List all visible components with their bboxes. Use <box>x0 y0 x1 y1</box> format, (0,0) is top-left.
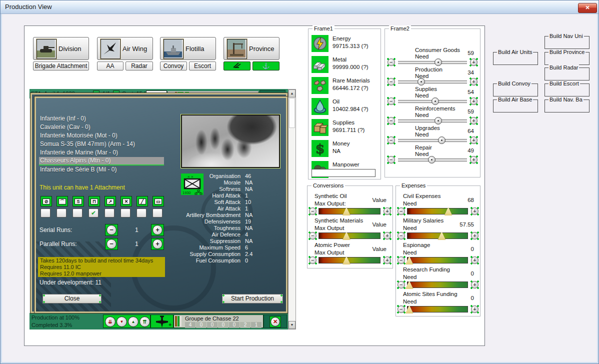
cancel-production-button[interactable]: ✕ <box>270 316 281 328</box>
unit-list-item[interactable]: Somua S-35 (BM 47mm) (Arm - 14) <box>39 140 164 148</box>
move-down-button[interactable]: ▼ <box>116 316 127 327</box>
title-bar[interactable]: Production View ✕ <box>0 0 598 14</box>
brigade-attachment-button[interactable]: Brigade Attachment <box>33 62 89 70</box>
build-escort-box[interactable]: Build Escort <box>544 84 590 96</box>
increase-button[interactable]: + <box>470 116 478 125</box>
slider-thumb[interactable] <box>438 136 446 144</box>
slider-track[interactable] <box>398 139 467 142</box>
increase-button[interactable]: + <box>383 256 392 264</box>
decrease-button[interactable]: − <box>387 116 396 125</box>
increase-button[interactable]: + <box>470 136 478 144</box>
slider-thumb[interactable] <box>438 232 446 240</box>
air-wing-button[interactable]: Air Wing <box>97 37 153 60</box>
slider-thumb[interactable] <box>406 256 414 264</box>
increase-button[interactable]: + <box>383 232 392 240</box>
province-button[interactable]: Province <box>224 37 280 60</box>
decrease-button[interactable]: − <box>387 58 396 66</box>
expense-slider-track[interactable] <box>407 208 468 214</box>
unit-list-item[interactable]: Cavalerie (Cav - 0) <box>39 123 164 132</box>
attachment-type-button[interactable]: ⊓ <box>88 196 100 206</box>
slider-thumb[interactable] <box>342 256 350 264</box>
start-production-button[interactable]: Start Production <box>222 294 283 304</box>
build-air-units-box[interactable]: Build Air Units <box>493 52 538 65</box>
attachment-type-button[interactable]: ▭ <box>152 196 164 206</box>
scrollbar-thumb[interactable] <box>289 98 295 128</box>
province-naval-base-button[interactable]: ⚓ <box>252 62 280 70</box>
slider-thumb[interactable] <box>428 156 436 164</box>
slider-track[interactable] <box>398 158 467 162</box>
move-bottom-button[interactable]: ⇊ <box>105 316 116 327</box>
serial-runs-decrease-button[interactable]: − <box>105 224 118 236</box>
slider-thumb[interactable] <box>434 117 442 124</box>
attachment-slot-checkbox-checked[interactable]: ✔ <box>88 208 98 218</box>
radar-button[interactable]: Radar <box>126 62 153 70</box>
increase-button[interactable]: + <box>470 232 479 240</box>
move-up-button[interactable]: ▲ <box>128 316 138 327</box>
unit-list-item-selected[interactable]: Chasseurs Alpins (Mtn - 0) <box>39 157 164 166</box>
division-button[interactable]: Division <box>33 37 89 60</box>
queued-unit-entry[interactable]: Groupe de Chasse 22 4 0 0 0 0 2 1 <box>174 314 264 328</box>
decrease-button[interactable]: − <box>397 305 406 314</box>
attachment-slot-checkbox[interactable] <box>152 208 162 218</box>
conversion-slider-track[interactable] <box>318 208 380 214</box>
flotilla-button[interactable]: Flotilla <box>160 37 216 60</box>
attachment-slot-checkbox[interactable] <box>56 208 66 218</box>
increase-button[interactable]: + <box>470 305 479 314</box>
decrease-button[interactable]: − <box>387 136 396 144</box>
unit-list-item[interactable]: Infanterie Motorisée (Mot - 0) <box>39 132 164 140</box>
scroll-up-button[interactable]: ▲ <box>288 90 296 98</box>
decrease-button[interactable]: − <box>397 256 406 264</box>
province-aa-gun-button[interactable] <box>224 62 250 70</box>
queued-unit-icon-box[interactable]: + <box>150 314 174 328</box>
build-nav-units-box[interactable]: Build Nav Uni <box>544 36 590 49</box>
aa-button[interactable]: AA <box>97 62 124 70</box>
conversion-slider-track[interactable] <box>318 232 380 239</box>
slider-thumb[interactable] <box>342 207 350 216</box>
move-top-button[interactable]: ⇈ <box>140 316 150 327</box>
attachment-type-button[interactable]: ✕ <box>120 196 132 206</box>
build-air-base-box[interactable]: Build Air Base <box>493 100 538 112</box>
attachment-slot-checkbox[interactable] <box>104 208 114 218</box>
slider-thumb[interactable] <box>418 78 425 86</box>
slider-thumb[interactable] <box>434 58 442 66</box>
slider-thumb[interactable] <box>406 305 414 314</box>
slider-track[interactable] <box>398 120 467 122</box>
decrease-button[interactable]: − <box>308 256 317 264</box>
expense-slider-track[interactable] <box>407 232 468 239</box>
conversion-slider-track[interactable] <box>318 257 380 264</box>
decrease-button[interactable]: − <box>397 207 406 216</box>
decrease-button[interactable]: − <box>397 280 406 289</box>
unit-list-item[interactable]: Infanterie (Inf - 0) <box>39 114 164 123</box>
close-button[interactable]: Close <box>42 294 102 304</box>
decrease-button[interactable]: − <box>308 207 317 216</box>
serial-runs-increase-button[interactable]: + <box>151 224 164 236</box>
slider-thumb[interactable] <box>406 280 414 289</box>
attachment-slot-checkbox[interactable] <box>40 208 50 218</box>
slider-track[interactable] <box>398 80 467 84</box>
attachment-type-button[interactable]: ⊘ <box>40 196 52 206</box>
scroll-down-button[interactable]: ▼ <box>288 321 296 329</box>
increase-button[interactable]: + <box>470 156 478 164</box>
build-province-box[interactable]: Build Province <box>544 52 590 65</box>
slider-track[interactable] <box>398 100 467 103</box>
attachment-type-button[interactable]: S <box>72 196 84 206</box>
decrease-button[interactable]: − <box>308 232 317 240</box>
slider-thumb[interactable] <box>444 207 452 216</box>
build-nav-base-box[interactable]: Build Nav. Ba <box>544 100 590 112</box>
parallel-runs-increase-button[interactable]: + <box>151 238 164 250</box>
increase-button[interactable]: + <box>470 58 478 66</box>
increase-button[interactable]: + <box>383 207 392 216</box>
increase-button[interactable]: + <box>470 207 479 216</box>
slider-thumb[interactable] <box>432 98 439 105</box>
attachment-type-button[interactable]: ╱ <box>136 196 148 206</box>
decrease-button[interactable]: − <box>387 156 396 164</box>
slider-track[interactable] <box>398 61 467 64</box>
convoy-button[interactable]: Convoy <box>160 62 187 70</box>
build-radar-box[interactable]: Build Radar <box>544 68 590 80</box>
resource-input[interactable] <box>312 169 376 177</box>
window-close-button[interactable]: ✕ <box>578 3 597 13</box>
slider-thumb[interactable] <box>342 232 350 240</box>
increase-button[interactable]: + <box>470 280 479 289</box>
increase-button[interactable]: + <box>470 97 478 106</box>
attachment-type-button[interactable]: ↗ <box>104 196 116 206</box>
